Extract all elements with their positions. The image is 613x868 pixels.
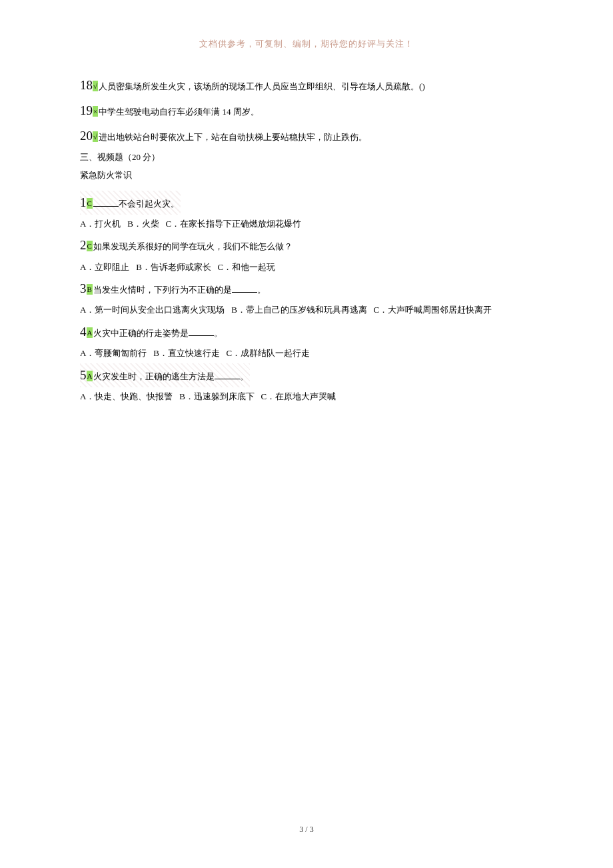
fill-blank	[232, 285, 257, 293]
fill-blank	[215, 371, 240, 379]
mc-stem: 不会引起火灾。	[119, 199, 179, 209]
section-title: 三、视频题（20 分）	[80, 149, 560, 166]
header-note: 文档供参考，可复制、编制，期待您的好评与关注！	[0, 39, 613, 50]
mc-stem: 火灾中正确的行走姿势是	[93, 328, 189, 338]
tf-text: 进出地铁站台时要依次上下，站在自动扶梯上要站稳扶牢，防止跌伤。	[99, 132, 367, 142]
mc-stem-after: 。	[240, 371, 249, 381]
mc-number: 3	[80, 281, 87, 295]
mc-number: 1	[80, 195, 87, 209]
tf-number: 18	[80, 78, 93, 92]
mc-options: A．第一时间从安全出口逃离火灾现场 B．带上自己的压岁钱和玩具再逃离 C．大声呼…	[80, 302, 560, 319]
mc-item: 1C不会引起火灾。	[80, 191, 560, 215]
tf-number: 19	[80, 103, 93, 117]
tf-mark: √	[93, 131, 98, 142]
tf-mark: √	[93, 81, 98, 91]
mc-answer-mark: B	[87, 284, 93, 295]
fill-blank	[93, 199, 119, 207]
mc-stem: 当发生火情时，下列行为不正确的是	[93, 285, 232, 295]
mc-number: 5	[80, 368, 87, 382]
mc-stem: 火灾发生时，正确的逃生方法是	[93, 371, 215, 381]
mc-stem-after: 。	[257, 285, 266, 295]
page-footer: 3 / 3	[0, 825, 613, 835]
mc-item: 5A火灾发生时，正确的逃生方法是。	[80, 363, 560, 387]
fill-blank	[189, 328, 214, 336]
mc-answer-mark: A	[87, 371, 93, 381]
content-body: 18√人员密集场所发生火灾，该场所的现场工作人员应当立即组织、引导在场人员疏散。…	[80, 73, 560, 407]
mc-stem-after: 。	[214, 328, 223, 338]
tf-item: 19×中学生驾驶电动自行车必须年满 14 周岁。	[80, 99, 560, 123]
mc-number: 4	[80, 325, 87, 339]
mc-item: 3B当发生火情时，下列行为不正确的是。	[80, 277, 560, 301]
mc-options: A．打火机 B．火柴 C．在家长指导下正确燃放烟花爆竹	[80, 216, 560, 233]
section-subtitle: 紧急防火常识	[80, 167, 560, 184]
mc-item: 2C如果发现关系很好的同学在玩火，我们不能怎么做？	[80, 233, 560, 257]
tf-item: 20√进出地铁站台时要依次上下，站在自动扶梯上要站稳扶牢，防止跌伤。	[80, 124, 560, 148]
tf-mark: ×	[93, 106, 98, 117]
tf-item: 18√人员密集场所发生火灾，该场所的现场工作人员应当立即组织、引导在场人员疏散。…	[80, 73, 560, 97]
mc-number: 2	[80, 238, 87, 252]
mc-answer-mark: A	[87, 327, 93, 338]
tf-number: 20	[80, 129, 93, 143]
tf-text: 人员密集场所发生火灾，该场所的现场工作人员应当立即组织、引导在场人员疏散。()	[99, 81, 425, 91]
mc-item: 4A火灾中正确的行走姿势是。	[80, 320, 560, 344]
mc-options: A．快走、快跑、快报警 B．迅速躲到床底下 C．在原地大声哭喊	[80, 389, 560, 405]
mc-answer-mark: C	[87, 198, 93, 209]
mc-options: A．立即阻止 B．告诉老师或家长 C．和他一起玩	[80, 259, 560, 276]
mc-options: A．弯腰匍匐前行 B．直立快速行走 C．成群结队一起行走	[80, 345, 560, 362]
tf-text: 中学生驾驶电动自行车必须年满 14 周岁。	[99, 107, 259, 117]
mc-answer-mark: C	[87, 241, 93, 251]
mc-stem: 如果发现关系很好的同学在玩火，我们不能怎么做？	[93, 241, 293, 251]
